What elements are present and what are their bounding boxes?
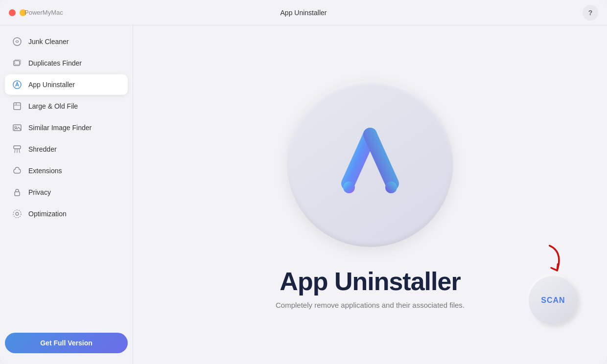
sidebar-label-shredder: Shredder — [28, 145, 57, 153]
help-button[interactable]: ? — [583, 5, 598, 21]
app-window: PowerMyMac App Uninstaller ? Junk Cleane… — [0, 0, 607, 364]
sidebar-item-similar-image-finder[interactable]: Similar Image Finder — [5, 117, 128, 138]
app-uninstaller-icon — [12, 79, 23, 90]
sidebar-label-optimization: Optimization — [28, 210, 67, 218]
duplicates-finder-icon — [12, 58, 23, 68]
svg-point-0 — [13, 38, 21, 46]
optimization-icon — [12, 208, 23, 219]
sidebar-item-optimization[interactable]: Optimization — [5, 204, 128, 224]
sidebar-label-similar-image-finder: Similar Image Finder — [28, 124, 92, 132]
sidebar-item-privacy[interactable]: Privacy — [5, 182, 128, 203]
svg-rect-9 — [15, 192, 20, 196]
app-brand: PowerMyMac — [24, 9, 63, 16]
sidebar-item-app-uninstaller[interactable]: App Uninstaller — [5, 74, 128, 95]
sidebar-item-duplicates-finder[interactable]: Duplicates Finder — [5, 53, 128, 73]
junk-cleaner-icon — [12, 36, 23, 47]
scan-arrow-icon — [537, 242, 569, 280]
sidebar-item-shredder[interactable]: Shredder — [5, 139, 128, 159]
extensions-icon — [12, 165, 23, 176]
shredder-icon — [12, 144, 23, 155]
content-subtitle: Completely remove applications and their… — [276, 301, 465, 309]
sidebar-label-extensions: Extensions — [28, 167, 62, 175]
sidebar-spacer — [5, 225, 128, 329]
sidebar-item-junk-cleaner[interactable]: Junk Cleaner — [5, 31, 128, 52]
main-layout: Junk Cleaner Duplicates Finder — [0, 25, 607, 364]
svg-point-11 — [13, 210, 21, 218]
svg-point-13 — [385, 182, 397, 193]
titlebar: PowerMyMac App Uninstaller ? — [0, 0, 607, 25]
content-area: App Uninstaller Completely remove applic… — [133, 25, 607, 364]
app-icon-circle — [287, 81, 453, 247]
close-button[interactable] — [9, 9, 16, 16]
sidebar-label-duplicates-finder: Duplicates Finder — [28, 59, 82, 67]
sidebar-label-junk-cleaner: Junk Cleaner — [28, 38, 69, 46]
svg-point-10 — [16, 212, 19, 215]
privacy-icon — [12, 187, 23, 198]
window-title: App Uninstaller — [280, 9, 327, 17]
svg-rect-8 — [14, 146, 21, 149]
content-title: App Uninstaller — [280, 267, 460, 296]
svg-rect-5 — [14, 103, 21, 110]
get-full-version-button[interactable]: Get Full Version — [5, 333, 128, 353]
scan-button[interactable]: SCAN — [529, 276, 578, 325]
sidebar-label-privacy: Privacy — [28, 188, 51, 196]
svg-point-12 — [343, 182, 355, 193]
large-old-file-icon — [12, 101, 23, 112]
sidebar-label-large-old-file: Large & Old File — [28, 102, 78, 110]
app-store-icon-svg — [321, 115, 419, 213]
scan-button-label: SCAN — [541, 296, 565, 305]
sidebar-label-app-uninstaller: App Uninstaller — [28, 81, 75, 89]
sidebar-item-large-old-file[interactable]: Large & Old File — [5, 96, 128, 116]
scan-area: SCAN — [529, 245, 578, 325]
sidebar-item-extensions[interactable]: Extensions — [5, 160, 128, 181]
traffic-lights — [9, 9, 26, 16]
sidebar: Junk Cleaner Duplicates Finder — [0, 25, 133, 364]
similar-image-finder-icon — [12, 122, 23, 133]
